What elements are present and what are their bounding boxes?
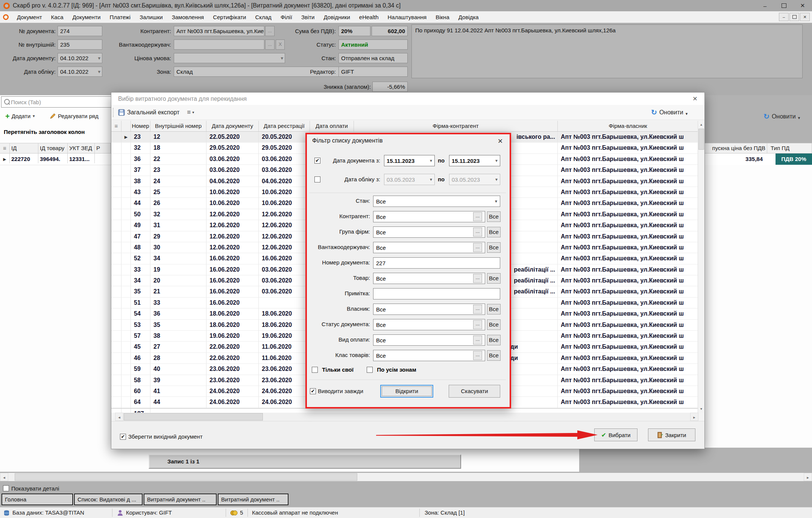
mdi-minimize-button[interactable]: –	[779, 13, 789, 21]
acc-date-to-combo[interactable]: 03.05.2023▾	[449, 174, 500, 185]
dialog-close-icon[interactable]: ✕	[689, 93, 701, 105]
all-button[interactable]: Все	[487, 211, 501, 222]
menu-eHealth[interactable]: eHealth	[355, 14, 383, 20]
filter-field[interactable]: Все...	[373, 334, 485, 346]
scrollbar-thumb[interactable]	[124, 413, 263, 421]
menu-Залишки[interactable]: Залишки	[135, 14, 167, 20]
menu-Сертифікати[interactable]: Сертифікати	[208, 14, 250, 20]
acc-date-from-combo[interactable]: 03.05.2023▾	[384, 174, 435, 185]
menu-Склад[interactable]: Склад	[250, 14, 276, 20]
close-dialog-button[interactable]: Закрити	[648, 428, 695, 441]
menu-Довідка[interactable]: Довідка	[454, 14, 483, 20]
maximize-button[interactable]	[774, 0, 793, 11]
menu-Документ[interactable]: Документ	[12, 14, 47, 20]
menu-Платежі[interactable]: Платежі	[105, 14, 135, 20]
col-firm-contragent[interactable]: Фірма-контрагент	[354, 121, 558, 131]
col-doc-date[interactable]: Дата документу	[206, 121, 259, 131]
select-button[interactable]: ✔ Вибрати	[594, 428, 637, 441]
dialog-vertical-scrollbar[interactable]: ▴ ▾	[698, 121, 704, 413]
refresh-button-dialog[interactable]: ↻ Оновити ▾	[651, 108, 688, 117]
all-button[interactable]: Все	[487, 335, 501, 345]
export-button[interactable]: Загальний експорт	[127, 109, 179, 116]
col-product-id[interactable]: ІД товару	[38, 143, 68, 153]
scroll-left-icon[interactable]: ◂	[0, 473, 8, 481]
mdi-close-button[interactable]: ✕	[800, 13, 810, 21]
browse-button[interactable]: ...	[473, 228, 482, 237]
doc-date-to-combo[interactable]: 15.11.2023▾	[449, 155, 500, 166]
menu-Довідники[interactable]: Довідники	[319, 14, 355, 20]
contragent-field[interactable]: Апт №003 пгт.Барышевка, ул.Киев	[174, 26, 264, 36]
col-pay-date[interactable]: Дата оплати	[310, 121, 354, 131]
browse-button[interactable]: ...	[473, 274, 482, 283]
filter-field[interactable]: Все...	[373, 211, 485, 222]
col-ukt-zed[interactable]: УКТ ЗЕД	[68, 143, 95, 153]
col-r[interactable]: Р	[95, 143, 111, 153]
chevron-down-icon[interactable]: ▾	[495, 199, 497, 204]
filter-field[interactable]: Все...	[373, 350, 485, 361]
left-grid-row[interactable]: ▶ 222720 396494. 12331...	[0, 153, 111, 165]
browse-button[interactable]: ...	[473, 351, 482, 360]
scroll-right-icon[interactable]: ▸	[690, 413, 698, 421]
acc-date-checkbox[interactable]	[314, 176, 320, 182]
only-own-checkbox[interactable]: Тільки свої	[312, 366, 354, 373]
col-firm-owner[interactable]: Фірма-власник	[558, 121, 698, 131]
col-internal-number[interactable]: Внутрішній номер	[150, 121, 206, 131]
menu-Документи[interactable]: Документи	[68, 14, 105, 20]
menu-Філії[interactable]: Філії	[276, 14, 297, 20]
browse-button[interactable]: ...	[473, 212, 482, 221]
menu-Вікна[interactable]: Вікна	[431, 14, 454, 20]
browse-button[interactable]: ...	[473, 320, 482, 329]
menu-Звіти[interactable]: Звіти	[297, 14, 319, 20]
all-button[interactable]: Все	[487, 227, 501, 237]
filter-field[interactable]: Все▾	[373, 196, 500, 207]
scroll-right-icon[interactable]: ▸	[804, 473, 812, 481]
filter-field[interactable]: Все...	[373, 242, 485, 253]
cancel-button[interactable]: Скасувати	[449, 385, 500, 398]
filter-close-icon[interactable]: ✕	[495, 137, 505, 146]
toolbar-grip[interactable]	[113, 108, 115, 117]
col-reg-date[interactable]: Дата реєстрації	[259, 121, 310, 131]
dialog-horizontal-scrollbar[interactable]: ◂ ▸	[115, 413, 698, 421]
filter-field[interactable]: Все...	[373, 319, 485, 330]
consignee-field[interactable]	[174, 39, 264, 50]
list-options-icon[interactable]: ≡	[187, 109, 191, 116]
refresh-button-main[interactable]: ↻ Оновити ▾	[763, 112, 800, 121]
tab-expense-doc-1[interactable]: Витратний документ ..	[144, 494, 217, 505]
tab-list-expense[interactable]: Список: Видаткові д ...	[74, 494, 143, 505]
scrollbar-thumb[interactable]	[15, 473, 357, 481]
show-details-checkbox[interactable]: Показувати деталі	[3, 485, 59, 492]
menu-Замовлення[interactable]: Замовлення	[167, 14, 208, 20]
scrollbar-thumb[interactable]	[698, 129, 704, 150]
col-id[interactable]: ІД	[10, 143, 38, 153]
browse-button[interactable]: ...	[473, 336, 482, 345]
all-zones-checkbox[interactable]: По усім зонам	[367, 366, 416, 373]
mdi-restore-button[interactable]	[789, 13, 799, 21]
minimize-button[interactable]: –	[756, 0, 774, 11]
all-button[interactable]: Все	[487, 350, 501, 361]
tab-expense-doc-2[interactable]: Витратний документ ..	[218, 494, 288, 505]
col-number[interactable]: Номер	[131, 121, 150, 131]
scroll-left-icon[interactable]: ◂	[115, 413, 123, 421]
open-button[interactable]: Відкрити	[380, 385, 433, 398]
all-button[interactable]: Все	[487, 273, 501, 284]
add-button[interactable]: + Додати ▾	[5, 113, 35, 119]
main-horizontal-scrollbar[interactable]: ◂ ▸	[0, 473, 812, 481]
filter-field[interactable]: Все...	[373, 304, 485, 315]
all-button[interactable]: Все	[487, 319, 501, 330]
menu-Каса[interactable]: Каса	[47, 14, 68, 20]
all-button[interactable]: Все	[487, 242, 501, 253]
chevron-down-icon[interactable]: ▾	[192, 110, 194, 114]
all-button[interactable]: Все	[487, 304, 501, 314]
menu-Налаштування[interactable]: Налаштування	[383, 14, 431, 20]
tab-main[interactable]: Головна	[2, 494, 73, 505]
scroll-down-icon[interactable]: ▾	[698, 405, 704, 413]
save-source-checkbox[interactable]: ✔ Зберегти вихідний документ	[120, 433, 203, 440]
edit-row-button[interactable]: Редагувати ряд	[50, 113, 99, 119]
close-button[interactable]: ✕	[793, 0, 812, 11]
filter-field[interactable]: Все...	[373, 226, 485, 238]
always-show-checkbox[interactable]: ✔ Виводити завжди	[310, 388, 363, 394]
browse-button[interactable]: ...	[473, 305, 482, 314]
browse-button[interactable]: ...	[473, 243, 482, 252]
filter-field[interactable]	[373, 288, 500, 299]
scroll-up-icon[interactable]: ▴	[698, 121, 704, 128]
